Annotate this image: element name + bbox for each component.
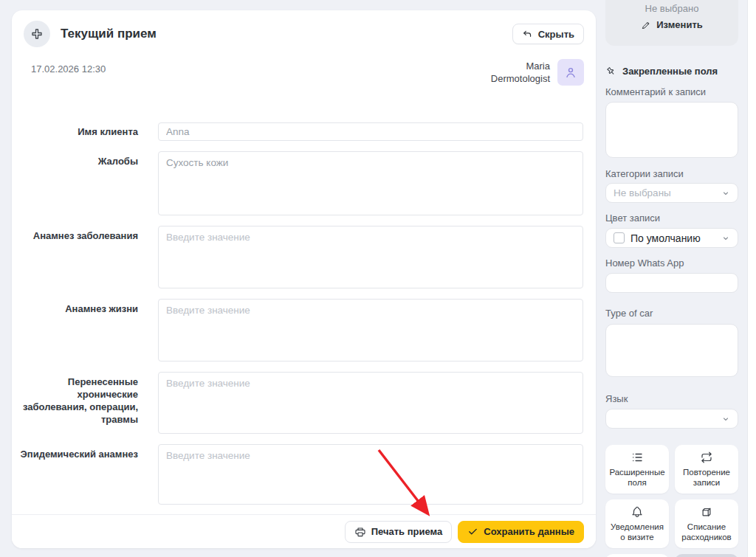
medical-cross-icon	[24, 21, 50, 47]
page-edge-strip	[747, 0, 756, 557]
type-of-car-label: Type of car	[605, 308, 738, 319]
check-icon	[467, 526, 478, 537]
form-row-complaints: Жалобы Сухость кожи	[12, 151, 583, 215]
categories-field: Категории записи Не выбраны	[605, 168, 738, 203]
printer-icon	[354, 526, 366, 538]
chevron-down-icon	[721, 234, 730, 243]
specialist-block: Maria Dermotologist	[491, 59, 584, 86]
comment-field: Комментарий к записи	[605, 86, 738, 158]
corner-up-left-icon	[522, 29, 533, 40]
appointment-page: Текущий прием Скрыть 17.02.2026 12:30 Ma…	[0, 0, 756, 557]
list-details-icon	[630, 451, 644, 464]
language-label: Язык	[605, 393, 738, 404]
repeat-icon	[700, 451, 713, 464]
chronic-diseases-textarea[interactable]	[158, 372, 583, 434]
pencil-icon	[641, 20, 651, 30]
repeat-record-button[interactable]: Повторение записи	[675, 445, 738, 494]
right-sidebar: Не выбрано Изменить Закрепленные поля Ко…	[596, 0, 747, 557]
card-footer: Печать приема Сохранить данные	[12, 514, 596, 548]
form-row-chronic-diseases: Перенесенные хронические заболевания, оп…	[12, 372, 583, 434]
save-data-button[interactable]: Сохранить данные	[458, 521, 584, 543]
record-color-label: Цвет записи	[605, 212, 738, 224]
language-select[interactable]	[605, 409, 738, 429]
change-history-button[interactable]: История изменений	[605, 554, 669, 557]
appointment-form: Имя клиента Жалобы Сухость кожи Анамнез …	[12, 122, 596, 505]
form-row-life-anamnesis: Анамнез жизни	[12, 299, 583, 361]
record-color-value: По умолчанию	[630, 232, 701, 244]
card-meta-row: 17.02.2026 12:30 Maria Dermotologist	[12, 47, 596, 86]
type-of-car-textarea[interactable]	[605, 324, 738, 377]
chevron-down-icon	[721, 189, 730, 198]
hide-button[interactable]: Скрыть	[512, 24, 584, 44]
chevron-down-icon	[721, 415, 730, 423]
current-appointment-card: Текущий прием Скрыть 17.02.2026 12:30 Ma…	[12, 10, 596, 548]
field-label: Жалобы	[12, 155, 138, 167]
life-anamnesis-textarea[interactable]	[158, 299, 583, 361]
field-label: Анамнез заболевания	[12, 229, 138, 242]
appointment-datetime: 17.02.2026 12:30	[31, 59, 106, 75]
whatsapp-field: Номер Whats App	[605, 257, 738, 293]
pinned-fields-title: Закрепленные поля	[622, 66, 718, 77]
client-name-input[interactable]	[158, 122, 583, 141]
pinned-fields-header: Закрепленные поля	[605, 66, 747, 77]
save-button-label: Сохранить данные	[484, 526, 574, 537]
grid-button-label: Уведомления о визите	[608, 522, 667, 542]
field-label: Имя клиента	[12, 125, 138, 138]
grid-button-label: Расширенные поля	[608, 467, 667, 488]
categories-value: Не выбраны	[614, 187, 671, 198]
field-label: Перенесенные хронические заболевания, оп…	[12, 376, 138, 426]
sidebar-actions-grid: Расширенные поля Повторение записи	[605, 445, 738, 557]
whatsapp-input[interactable]	[605, 273, 738, 293]
grid-button-label: Повторение записи	[677, 467, 736, 488]
page-title: Текущий прием	[61, 27, 157, 41]
selection-status: Не выбрано	[605, 3, 738, 14]
form-row-client-name: Имя клиента	[12, 122, 583, 141]
change-button-label: Изменить	[656, 19, 703, 30]
field-label: Анамнез жизни	[12, 302, 138, 315]
type-of-car-field: Type of car	[605, 308, 738, 377]
record-color-select[interactable]: По умолчанию	[605, 228, 738, 248]
specialist-name: Maria Dermotologist	[491, 59, 550, 86]
service-selection-box: Не выбрано Изменить	[605, 0, 738, 46]
form-row-disease-anamnesis: Анамнез заболевания	[12, 226, 583, 288]
extended-fields-button[interactable]: Расширенные поля	[605, 445, 669, 494]
disease-anamnesis-textarea[interactable]	[158, 226, 583, 288]
avatar[interactable]	[557, 59, 584, 86]
print-button-label: Печать приема	[371, 526, 443, 537]
print-appointment-button[interactable]: Печать приема	[345, 521, 453, 543]
categories-label: Категории записи	[605, 168, 738, 179]
comment-textarea[interactable]	[605, 102, 738, 158]
hide-button-label: Скрыть	[538, 29, 574, 40]
package-icon	[700, 505, 713, 519]
pin-icon	[603, 63, 619, 79]
consumables-writeoff-button[interactable]: Списание расходников	[675, 499, 738, 548]
form-row-epidemic-anamnesis: Эпидемический анамнез	[12, 444, 583, 505]
comment-label: Комментарий к записи	[605, 86, 738, 97]
current-appointment-button[interactable]: Текущий прием	[675, 554, 738, 557]
bell-icon	[630, 505, 644, 519]
whatsapp-label: Номер Whats App	[605, 257, 738, 269]
field-label: Эпидемический анамнез	[12, 448, 138, 460]
color-swatch	[614, 232, 625, 243]
grid-button-label: Списание расходников	[677, 522, 736, 542]
change-button[interactable]: Изменить	[641, 19, 703, 30]
visit-notifications-button[interactable]: Уведомления о визите	[605, 499, 669, 548]
epidemic-anamnesis-textarea[interactable]	[158, 444, 583, 505]
card-header: Текущий прием Скрыть	[12, 10, 596, 47]
language-field: Язык	[605, 393, 738, 429]
complaints-textarea[interactable]: Сухость кожи	[158, 151, 583, 215]
categories-select[interactable]: Не выбраны	[605, 183, 738, 203]
record-color-field: Цвет записи По умолчанию	[605, 212, 738, 248]
